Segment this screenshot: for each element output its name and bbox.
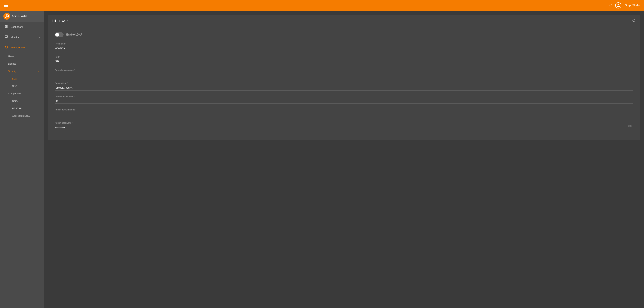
sidebar-item-dashboard[interactable]: Dashboard — [0, 22, 44, 32]
dashboard-label: Dashboard — [11, 25, 40, 28]
security-chevron: ⌄ — [38, 70, 40, 73]
enable-ldap-toggle[interactable] — [55, 32, 64, 37]
appserver-label: Application Serv... — [12, 115, 31, 117]
sidebar-item-components[interactable]: Components ⌄ — [0, 90, 44, 97]
search-filter-field: Search filter * — [55, 82, 633, 91]
username-attribute-field: Username attribute * — [55, 95, 633, 104]
ldap-card: LDAP Enable LDAP Hostname * — [48, 15, 640, 140]
monitor-chevron: › — [39, 36, 40, 39]
components-chevron: ⌄ — [38, 92, 40, 95]
layout: AdminPortal Dashboard Monitor › Manageme… — [0, 11, 644, 308]
hostname-input[interactable] — [55, 46, 633, 51]
port-input[interactable] — [55, 59, 633, 64]
password-visibility-toggle[interactable] — [628, 124, 632, 129]
admin-password-input[interactable] — [55, 125, 633, 130]
ldap-grid-icon — [52, 18, 56, 23]
username-attribute-label: Username attribute * — [55, 95, 633, 98]
monitor-label: Monitor — [11, 36, 36, 39]
card-header: LDAP — [48, 15, 640, 27]
management-icon — [4, 45, 8, 50]
dashboard-icon — [4, 25, 8, 29]
search-filter-input[interactable] — [55, 85, 633, 91]
monitor-icon — [4, 35, 8, 39]
admin-domain-label: Admin domain name * — [55, 108, 633, 111]
admin-domain-field: Admin domain name * — [55, 108, 633, 117]
nginx-label: Nginx — [12, 100, 18, 102]
management-label: Management — [11, 46, 35, 49]
refresh-button[interactable] — [632, 18, 636, 23]
hostname-field: Hostname * — [55, 43, 633, 51]
sso-label: SSO — [12, 85, 17, 87]
search-filter-label: Search filter * — [55, 82, 633, 85]
management-chevron: ⌄ — [38, 46, 40, 49]
users-label: Users — [8, 55, 14, 58]
sidebar-item-nginx[interactable]: Nginx — [0, 97, 44, 105]
security-label: Security — [8, 70, 17, 73]
sidebar-item-users[interactable]: Users — [0, 53, 44, 60]
sidebar-item-appserver[interactable]: Application Serv... — [0, 112, 44, 120]
license-label: License — [8, 62, 16, 65]
sidebar-item-security[interactable]: Security ⌄ — [0, 68, 44, 75]
enable-ldap-row: Enable LDAP — [55, 32, 633, 37]
restpp-label: RESTPP — [12, 107, 22, 110]
ldap-label: LDAP — [12, 77, 18, 80]
bell-icon[interactable]: ♡ — [608, 3, 612, 8]
components-label: Components — [8, 92, 22, 95]
base-domain-field: Base domain name * — [55, 69, 633, 77]
card-title: LDAP — [59, 19, 68, 23]
admin-domain-input[interactable] — [55, 112, 633, 117]
port-label: Port * — [55, 56, 633, 58]
base-domain-label: Base domain name * — [55, 69, 633, 71]
sidebar-item-monitor[interactable]: Monitor › — [0, 32, 44, 42]
hamburger-icon[interactable] — [4, 4, 8, 7]
topbar-left — [4, 4, 8, 7]
hostname-label: Hostname * — [55, 43, 633, 45]
card-body: Enable LDAP Hostname * Port * Base domai… — [48, 27, 640, 140]
card-header-left: LDAP — [52, 18, 68, 23]
main-content: LDAP Enable LDAP Hostname * — [44, 11, 644, 308]
user-avatar[interactable] — [615, 2, 621, 9]
password-field-wrap — [55, 125, 633, 130]
sidebar: AdminPortal Dashboard Monitor › Manageme… — [0, 11, 44, 308]
base-domain-input[interactable] — [55, 72, 633, 77]
sidebar-item-license[interactable]: License — [0, 60, 44, 68]
sidebar-item-management[interactable]: Management ⌄ — [0, 42, 44, 53]
admin-password-label: Admin password * — [55, 122, 633, 124]
admin-password-field: Admin password * — [55, 122, 633, 130]
topbar-right: ♡ GraphStudio — [608, 2, 640, 9]
sidebar-logo: AdminPortal — [0, 11, 44, 22]
username-attribute-input[interactable] — [55, 98, 633, 104]
sidebar-item-restpp[interactable]: RESTPP — [0, 105, 44, 112]
enable-ldap-label: Enable LDAP — [66, 33, 82, 36]
port-field: Port * — [55, 56, 633, 64]
logo-label: AdminPortal — [12, 15, 27, 18]
sidebar-item-ldap[interactable]: LDAP — [0, 75, 44, 82]
username-label[interactable]: GraphStudio — [625, 4, 640, 7]
topbar: ♡ GraphStudio — [0, 0, 644, 11]
sidebar-item-sso[interactable]: SSO — [0, 82, 44, 90]
